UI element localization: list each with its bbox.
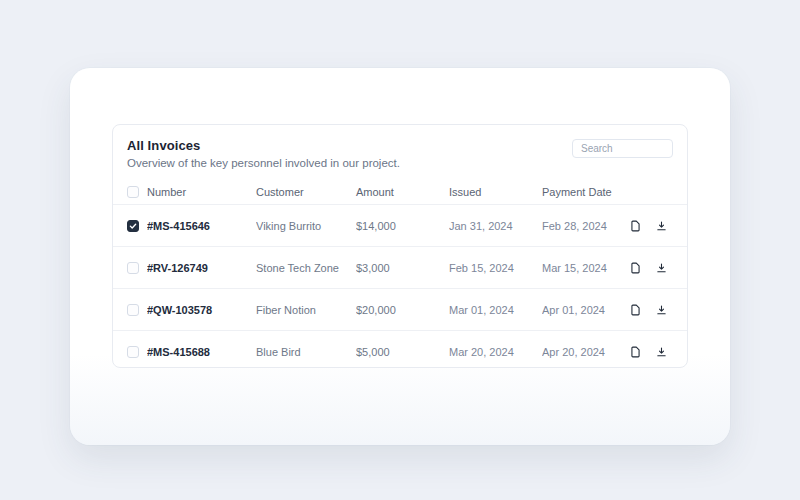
cell-number: #MS-415688 [147, 346, 256, 358]
row-actions [629, 219, 673, 233]
download-icon[interactable] [655, 261, 668, 275]
row-checkbox[interactable] [127, 346, 139, 358]
document-icon[interactable] [629, 261, 642, 275]
cell-number: #QW-103578 [147, 304, 256, 316]
cell-issued: Mar 20, 2024 [449, 346, 542, 358]
cell-customer: Fiber Notion [256, 304, 356, 316]
cell-amount: $20,000 [356, 304, 449, 316]
column-header-customer: Customer [256, 186, 356, 198]
row-checkbox-cell [127, 346, 147, 358]
cell-issued: Mar 01, 2024 [449, 304, 542, 316]
document-icon[interactable] [629, 219, 642, 233]
row-checkbox[interactable] [127, 220, 139, 232]
row-checkbox-cell [127, 262, 147, 274]
column-header-payment-date: Payment Date [542, 186, 629, 198]
column-header-number: Number [147, 186, 256, 198]
column-header-issued: Issued [449, 186, 542, 198]
column-header-amount: Amount [356, 186, 449, 198]
cell-customer: Stone Tech Zone [256, 262, 356, 274]
select-all-checkbox[interactable] [127, 186, 139, 198]
panel-header: All Invoices Overview of the key personn… [113, 125, 687, 180]
row-actions [629, 345, 673, 359]
row-actions [629, 261, 673, 275]
search-input[interactable] [572, 139, 673, 158]
table-row: #MS-415688Blue Bird$5,000Mar 20, 2024Apr… [113, 331, 687, 368]
page-background: All Invoices Overview of the key personn… [0, 0, 800, 500]
document-icon[interactable] [629, 345, 642, 359]
cell-issued: Feb 15, 2024 [449, 262, 542, 274]
download-icon[interactable] [655, 303, 668, 317]
download-icon[interactable] [655, 345, 668, 359]
cell-amount: $14,000 [356, 220, 449, 232]
table-row: #MS-415646Viking Burrito$14,000Jan 31, 2… [113, 205, 687, 247]
table-header-row: NumberCustomerAmountIssuedPayment Date [113, 180, 687, 205]
row-checkbox[interactable] [127, 304, 139, 316]
cell-payment-date: Apr 01, 2024 [542, 304, 629, 316]
invoices-panel: All Invoices Overview of the key personn… [112, 124, 688, 368]
row-checkbox-cell [127, 220, 147, 232]
row-actions [629, 303, 673, 317]
document-icon[interactable] [629, 303, 642, 317]
cell-customer: Viking Burrito [256, 220, 356, 232]
table-row: #RV-126749Stone Tech Zone$3,000Feb 15, 2… [113, 247, 687, 289]
cell-payment-date: Mar 15, 2024 [542, 262, 629, 274]
select-all-cell [127, 186, 147, 198]
page-subtitle: Overview of the key personnel involved i… [127, 157, 673, 169]
cell-customer: Blue Bird [256, 346, 356, 358]
cell-number: #MS-415646 [147, 220, 256, 232]
cell-amount: $5,000 [356, 346, 449, 358]
cell-number: #RV-126749 [147, 262, 256, 274]
row-checkbox[interactable] [127, 262, 139, 274]
invoice-table-body: #MS-415646Viking Burrito$14,000Jan 31, 2… [113, 205, 687, 368]
table-row: #QW-103578Fiber Notion$20,000Mar 01, 202… [113, 289, 687, 331]
download-icon[interactable] [655, 219, 668, 233]
cell-issued: Jan 31, 2024 [449, 220, 542, 232]
cell-payment-date: Feb 28, 2024 [542, 220, 629, 232]
cell-amount: $3,000 [356, 262, 449, 274]
cell-payment-date: Apr 20, 2024 [542, 346, 629, 358]
row-checkbox-cell [127, 304, 147, 316]
invoice-card: All Invoices Overview of the key personn… [70, 68, 730, 445]
